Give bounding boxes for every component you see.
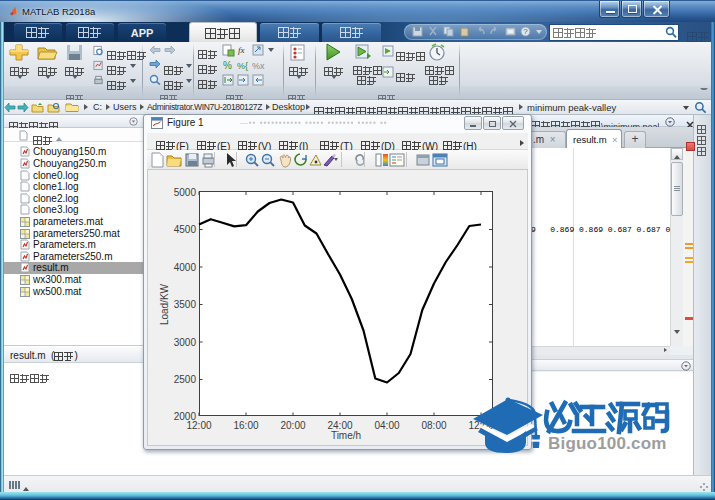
- svg-text:%{: %{: [237, 61, 248, 71]
- svg-text:fx: fx: [238, 45, 245, 55]
- svg-text:%x: %x: [252, 61, 265, 71]
- svg-text:%: %: [223, 60, 232, 71]
- svg-text:?: ?: [523, 27, 528, 36]
